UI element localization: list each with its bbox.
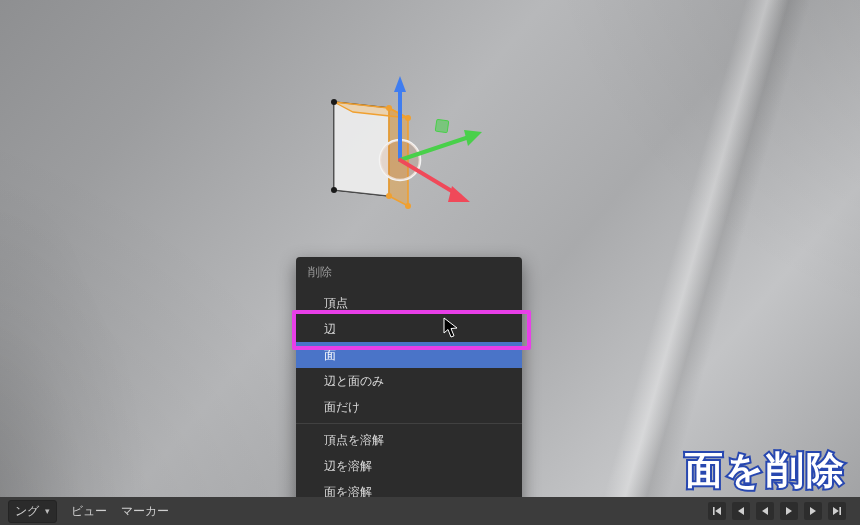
svg-point-7 bbox=[331, 99, 337, 105]
menu-item-vertices[interactable]: 頂点 bbox=[296, 290, 522, 316]
svg-point-5 bbox=[386, 193, 392, 199]
jump-end-button[interactable] bbox=[828, 502, 846, 520]
tutorial-caption: 面を削除 bbox=[685, 451, 846, 489]
jump-start-button[interactable] bbox=[708, 502, 726, 520]
svg-point-3 bbox=[386, 105, 392, 111]
delete-menu: 削除 頂点 辺 面 辺と面のみ 面だけ 頂点を溶解 辺を溶解 面を溶解 限定的溶… bbox=[296, 257, 522, 525]
chevron-down-icon: ▾ bbox=[45, 506, 50, 516]
next-keyframe-button[interactable] bbox=[804, 502, 822, 520]
delete-menu-title: 削除 bbox=[296, 257, 522, 290]
toolbar-dropdown-label: ング bbox=[15, 503, 39, 520]
transform-gizmo[interactable] bbox=[312, 78, 502, 258]
playback-controls bbox=[708, 502, 846, 520]
menu-separator bbox=[296, 423, 522, 424]
timeline-toolbar: ング ▾ ビュー マーカー bbox=[0, 497, 860, 525]
menu-item-dissolve-vertices[interactable]: 頂点を溶解 bbox=[296, 427, 522, 453]
menu-item-only-edges-faces[interactable]: 辺と面のみ bbox=[296, 368, 522, 394]
viewport-3d[interactable]: 削除 頂点 辺 面 辺と面のみ 面だけ 頂点を溶解 辺を溶解 面を溶解 限定的溶… bbox=[0, 0, 860, 525]
menu-item-edges[interactable]: 辺 bbox=[296, 316, 522, 342]
gizmo-plane-handle[interactable] bbox=[435, 119, 449, 133]
menu-item-dissolve-edges[interactable]: 辺を溶解 bbox=[296, 453, 522, 479]
play-button[interactable] bbox=[780, 502, 798, 520]
svg-point-8 bbox=[331, 187, 337, 193]
gizmo-x-axis[interactable] bbox=[400, 160, 470, 202]
toolbar-dropdown[interactable]: ング ▾ bbox=[8, 500, 57, 523]
svg-marker-14 bbox=[464, 130, 482, 146]
toolbar-marker-menu[interactable]: マーカー bbox=[121, 503, 169, 520]
svg-marker-16 bbox=[448, 186, 470, 202]
svg-point-6 bbox=[405, 203, 411, 209]
svg-marker-0 bbox=[334, 102, 389, 196]
svg-point-4 bbox=[405, 115, 411, 121]
menu-item-only-faces[interactable]: 面だけ bbox=[296, 394, 522, 420]
play-reverse-button[interactable] bbox=[756, 502, 774, 520]
svg-marker-12 bbox=[394, 76, 406, 92]
toolbar-view-menu[interactable]: ビュー bbox=[71, 503, 107, 520]
prev-keyframe-button[interactable] bbox=[732, 502, 750, 520]
menu-item-faces[interactable]: 面 bbox=[296, 342, 522, 368]
